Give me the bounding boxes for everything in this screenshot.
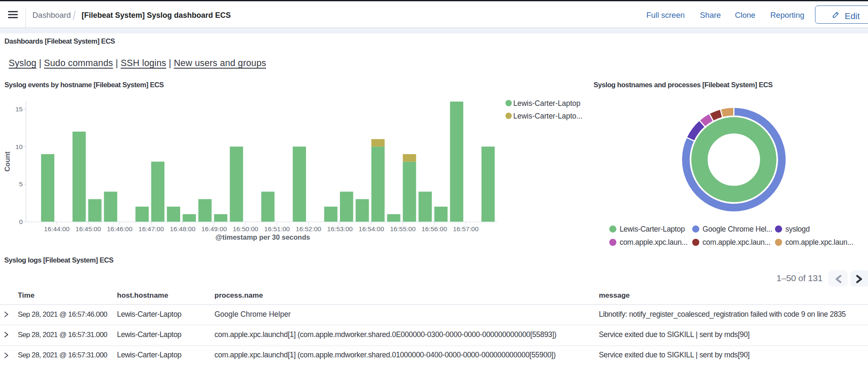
- svg-text:16:51:00: 16:51:00: [264, 225, 290, 232]
- svg-text:5: 5: [19, 180, 23, 188]
- svg-text:16:47:00: 16:47:00: [139, 225, 164, 232]
- svg-text:16:56:00: 16:56:00: [421, 225, 447, 232]
- svg-text:16:55:00: 16:55:00: [390, 225, 416, 232]
- svg-text:16:49:00: 16:49:00: [201, 225, 227, 232]
- svg-text:Count: Count: [3, 151, 11, 171]
- svg-text:16:50:00: 16:50:00: [233, 225, 259, 232]
- svg-text:com.apple.xpc.laun...: com.apple.xpc.laun...: [703, 238, 771, 246]
- svg-text:16:46:00: 16:46:00: [107, 225, 133, 232]
- svg-text:15: 15: [15, 105, 22, 113]
- svg-text:16:57:00: 16:57:00: [453, 225, 479, 232]
- svg-text:16:53:00: 16:53:00: [327, 225, 353, 232]
- svg-text:@timestamp per 30 seconds: @timestamp per 30 seconds: [215, 233, 310, 241]
- svg-text:Lewis-Carter-Laptop: Lewis-Carter-Laptop: [620, 225, 685, 233]
- svg-text:16:45:00: 16:45:00: [75, 225, 101, 232]
- svg-text:10: 10: [15, 143, 23, 150]
- svg-text:16:52:00: 16:52:00: [296, 225, 322, 232]
- svg-text:0: 0: [19, 218, 23, 225]
- svg-text:syslogd: syslogd: [785, 225, 810, 233]
- svg-text:Lewis-Carter-Lapto...: Lewis-Carter-Lapto...: [513, 112, 582, 120]
- svg-text:16:48:00: 16:48:00: [170, 225, 196, 232]
- svg-text:16:54:00: 16:54:00: [359, 225, 384, 232]
- svg-text:Lewis-Carter-Laptop: Lewis-Carter-Laptop: [513, 99, 581, 108]
- svg-text:16:44:00: 16:44:00: [44, 225, 70, 232]
- svg-text:com.apple.xpc.laun...: com.apple.xpc.laun...: [620, 238, 687, 246]
- svg-text:Google Chrome Hel...: Google Chrome Hel...: [703, 225, 772, 233]
- svg-text:com.apple.xpc.laun...: com.apple.xpc.laun...: [785, 238, 853, 246]
